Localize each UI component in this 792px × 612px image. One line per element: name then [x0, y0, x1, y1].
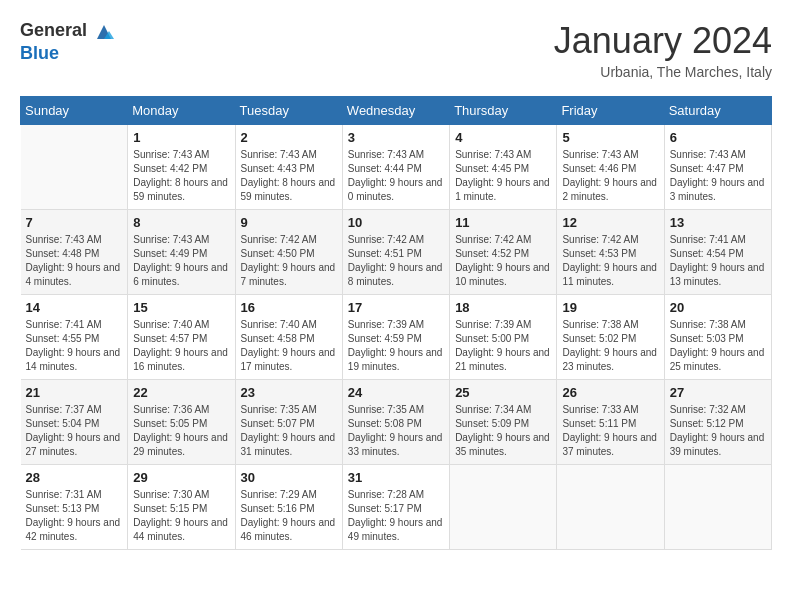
daylight-text: Daylight: 9 hours and 25 minutes.: [670, 347, 765, 372]
sunset-text: Sunset: 5:16 PM: [241, 503, 315, 514]
daylight-text: Daylight: 9 hours and 49 minutes.: [348, 517, 443, 542]
calendar-cell: [664, 465, 771, 550]
day-number: 19: [562, 300, 658, 315]
sunrise-text: Sunrise: 7:43 AM: [455, 149, 531, 160]
daylight-text: Daylight: 9 hours and 11 minutes.: [562, 262, 657, 287]
calendar-cell: 26 Sunrise: 7:33 AM Sunset: 5:11 PM Dayl…: [557, 380, 664, 465]
day-info: Sunrise: 7:39 AM Sunset: 4:59 PM Dayligh…: [348, 318, 444, 374]
sunset-text: Sunset: 4:49 PM: [133, 248, 207, 259]
calendar-cell: 22 Sunrise: 7:36 AM Sunset: 5:05 PM Dayl…: [128, 380, 235, 465]
day-info: Sunrise: 7:40 AM Sunset: 4:57 PM Dayligh…: [133, 318, 229, 374]
weekday-header: Saturday: [664, 97, 771, 125]
day-number: 14: [26, 300, 123, 315]
sunset-text: Sunset: 5:08 PM: [348, 418, 422, 429]
day-number: 20: [670, 300, 766, 315]
daylight-text: Daylight: 9 hours and 46 minutes.: [241, 517, 336, 542]
sunset-text: Sunset: 4:44 PM: [348, 163, 422, 174]
sunrise-text: Sunrise: 7:38 AM: [670, 319, 746, 330]
sunrise-text: Sunrise: 7:41 AM: [26, 319, 102, 330]
sunset-text: Sunset: 5:02 PM: [562, 333, 636, 344]
sunrise-text: Sunrise: 7:43 AM: [562, 149, 638, 160]
day-number: 5: [562, 130, 658, 145]
day-info: Sunrise: 7:43 AM Sunset: 4:42 PM Dayligh…: [133, 148, 229, 204]
sunset-text: Sunset: 4:57 PM: [133, 333, 207, 344]
calendar-cell: 30 Sunrise: 7:29 AM Sunset: 5:16 PM Dayl…: [235, 465, 342, 550]
sunrise-text: Sunrise: 7:37 AM: [26, 404, 102, 415]
daylight-text: Daylight: 9 hours and 33 minutes.: [348, 432, 443, 457]
day-number: 18: [455, 300, 551, 315]
calendar-cell: 3 Sunrise: 7:43 AM Sunset: 4:44 PM Dayli…: [342, 125, 449, 210]
calendar-week-row: 14 Sunrise: 7:41 AM Sunset: 4:55 PM Dayl…: [21, 295, 772, 380]
month-title: January 2024: [554, 20, 772, 62]
calendar-cell: 29 Sunrise: 7:30 AM Sunset: 5:15 PM Dayl…: [128, 465, 235, 550]
daylight-text: Daylight: 9 hours and 29 minutes.: [133, 432, 228, 457]
day-info: Sunrise: 7:42 AM Sunset: 4:52 PM Dayligh…: [455, 233, 551, 289]
sunset-text: Sunset: 5:11 PM: [562, 418, 636, 429]
calendar-cell: 6 Sunrise: 7:43 AM Sunset: 4:47 PM Dayli…: [664, 125, 771, 210]
calendar-cell: 19 Sunrise: 7:38 AM Sunset: 5:02 PM Dayl…: [557, 295, 664, 380]
calendar-cell: 24 Sunrise: 7:35 AM Sunset: 5:08 PM Dayl…: [342, 380, 449, 465]
sunrise-text: Sunrise: 7:31 AM: [26, 489, 102, 500]
sunrise-text: Sunrise: 7:32 AM: [670, 404, 746, 415]
sunset-text: Sunset: 5:05 PM: [133, 418, 207, 429]
day-info: Sunrise: 7:42 AM Sunset: 4:50 PM Dayligh…: [241, 233, 337, 289]
day-info: Sunrise: 7:29 AM Sunset: 5:16 PM Dayligh…: [241, 488, 337, 544]
daylight-text: Daylight: 9 hours and 37 minutes.: [562, 432, 657, 457]
calendar-cell: 1 Sunrise: 7:43 AM Sunset: 4:42 PM Dayli…: [128, 125, 235, 210]
day-info: Sunrise: 7:28 AM Sunset: 5:17 PM Dayligh…: [348, 488, 444, 544]
weekday-header: Tuesday: [235, 97, 342, 125]
calendar-cell: 8 Sunrise: 7:43 AM Sunset: 4:49 PM Dayli…: [128, 210, 235, 295]
header-area: General Blue January 2024 Urbania, The M…: [20, 20, 772, 80]
sunset-text: Sunset: 4:52 PM: [455, 248, 529, 259]
logo: General Blue: [20, 20, 115, 64]
sunrise-text: Sunrise: 7:30 AM: [133, 489, 209, 500]
calendar-cell: 16 Sunrise: 7:40 AM Sunset: 4:58 PM Dayl…: [235, 295, 342, 380]
daylight-text: Daylight: 9 hours and 8 minutes.: [348, 262, 443, 287]
calendar-cell: 17 Sunrise: 7:39 AM Sunset: 4:59 PM Dayl…: [342, 295, 449, 380]
daylight-text: Daylight: 9 hours and 3 minutes.: [670, 177, 765, 202]
day-number: 1: [133, 130, 229, 145]
sunset-text: Sunset: 4:51 PM: [348, 248, 422, 259]
day-info: Sunrise: 7:39 AM Sunset: 5:00 PM Dayligh…: [455, 318, 551, 374]
sunset-text: Sunset: 5:03 PM: [670, 333, 744, 344]
calendar-cell: 10 Sunrise: 7:42 AM Sunset: 4:51 PM Dayl…: [342, 210, 449, 295]
day-info: Sunrise: 7:38 AM Sunset: 5:02 PM Dayligh…: [562, 318, 658, 374]
calendar-table: SundayMondayTuesdayWednesdayThursdayFrid…: [20, 96, 772, 550]
calendar-week-row: 21 Sunrise: 7:37 AM Sunset: 5:04 PM Dayl…: [21, 380, 772, 465]
daylight-text: Daylight: 9 hours and 42 minutes.: [26, 517, 121, 542]
logo-text: General Blue: [20, 20, 115, 64]
logo-icon: [93, 21, 115, 43]
sunrise-text: Sunrise: 7:43 AM: [670, 149, 746, 160]
daylight-text: Daylight: 9 hours and 21 minutes.: [455, 347, 550, 372]
day-number: 31: [348, 470, 444, 485]
day-info: Sunrise: 7:37 AM Sunset: 5:04 PM Dayligh…: [26, 403, 123, 459]
calendar-cell: 23 Sunrise: 7:35 AM Sunset: 5:07 PM Dayl…: [235, 380, 342, 465]
sunrise-text: Sunrise: 7:43 AM: [133, 234, 209, 245]
calendar-cell: 27 Sunrise: 7:32 AM Sunset: 5:12 PM Dayl…: [664, 380, 771, 465]
calendar-cell: 7 Sunrise: 7:43 AM Sunset: 4:48 PM Dayli…: [21, 210, 128, 295]
daylight-text: Daylight: 9 hours and 14 minutes.: [26, 347, 121, 372]
weekday-header: Wednesday: [342, 97, 449, 125]
day-info: Sunrise: 7:30 AM Sunset: 5:15 PM Dayligh…: [133, 488, 229, 544]
day-number: 9: [241, 215, 337, 230]
day-number: 21: [26, 385, 123, 400]
daylight-text: Daylight: 9 hours and 31 minutes.: [241, 432, 336, 457]
weekday-header: Thursday: [450, 97, 557, 125]
day-number: 2: [241, 130, 337, 145]
day-number: 16: [241, 300, 337, 315]
day-number: 28: [26, 470, 123, 485]
daylight-text: Daylight: 9 hours and 23 minutes.: [562, 347, 657, 372]
sunset-text: Sunset: 5:07 PM: [241, 418, 315, 429]
day-info: Sunrise: 7:43 AM Sunset: 4:49 PM Dayligh…: [133, 233, 229, 289]
calendar-cell: 11 Sunrise: 7:42 AM Sunset: 4:52 PM Dayl…: [450, 210, 557, 295]
day-number: 3: [348, 130, 444, 145]
sunrise-text: Sunrise: 7:42 AM: [348, 234, 424, 245]
daylight-text: Daylight: 9 hours and 16 minutes.: [133, 347, 228, 372]
sunrise-text: Sunrise: 7:43 AM: [26, 234, 102, 245]
sunset-text: Sunset: 5:04 PM: [26, 418, 100, 429]
day-info: Sunrise: 7:40 AM Sunset: 4:58 PM Dayligh…: [241, 318, 337, 374]
sunset-text: Sunset: 5:13 PM: [26, 503, 100, 514]
day-number: 12: [562, 215, 658, 230]
sunset-text: Sunset: 4:48 PM: [26, 248, 100, 259]
weekday-header: Monday: [128, 97, 235, 125]
